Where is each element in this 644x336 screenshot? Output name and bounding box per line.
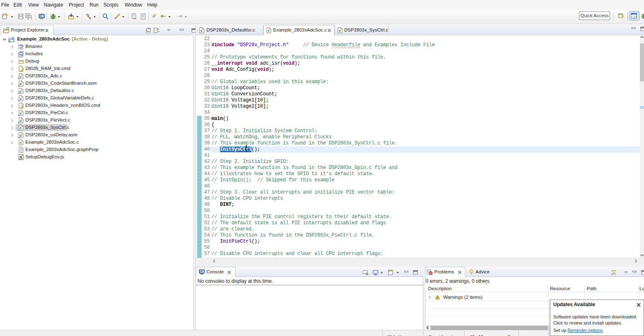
svg-text:c: c xyxy=(339,29,341,33)
svg-text:C: C xyxy=(12,36,14,40)
svg-text:h: h xyxy=(19,53,22,57)
svg-text:c: c xyxy=(268,29,270,33)
svg-text:c: c xyxy=(20,141,22,145)
svg-text:c: c xyxy=(201,29,203,33)
